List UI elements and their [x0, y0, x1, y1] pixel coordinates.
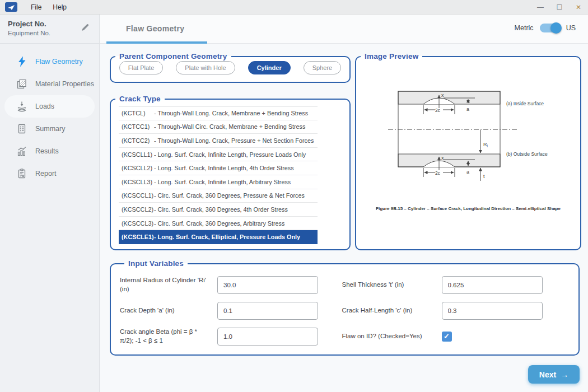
crack-type-panel: Crack Type (KCTCL)- Through-Wall Long. C… — [110, 95, 351, 250]
image-preview-legend: Image Preview — [361, 52, 422, 60]
sidebar-item-label: Material Properties — [35, 80, 94, 88]
us-label: US — [566, 24, 576, 32]
crack-type-row-selected[interactable]: (KCSCLE1)- Long. Surf. Crack, Elliptical… — [119, 230, 318, 244]
loads-icon — [16, 100, 28, 113]
arrow-right-icon: → — [561, 370, 568, 379]
next-button-label: Next — [539, 370, 556, 379]
internal-radius-input[interactable] — [217, 276, 318, 294]
a-depth-label: a — [466, 106, 469, 112]
crack-type-list: (KCTCL)- Through-Wall Long. Crack, Membr… — [119, 106, 318, 244]
crack-type-row[interactable]: (KCTCL)- Through-Wall Long. Crack, Membr… — [119, 106, 318, 120]
unit-toggle-group: Metric US — [515, 24, 576, 32]
crack-angle-beta-input[interactable] — [217, 328, 318, 346]
cylinder-crack-diagram: x 2c a Ri x 2c a t (a) Inside Surface (b… — [356, 83, 580, 193]
sidebar-item-label: Summary — [35, 125, 65, 133]
edit-pencil-icon[interactable] — [81, 23, 90, 34]
sphere-button[interactable]: Sphere — [304, 61, 341, 74]
project-header: Project No. Equipment No. — [0, 15, 99, 44]
internal-radius-label: Internal Radius of Cylinder 'Ri' (in) — [120, 276, 217, 293]
two-c-label: 2c — [435, 170, 441, 176]
shell-thickness-input[interactable] — [442, 276, 543, 294]
sidebar-item-label: Loads — [35, 102, 54, 110]
two-c-label: 2c — [435, 108, 441, 113]
crack-type-row[interactable]: (KCSCLL3)- Long. Surf. Crack, Infinite L… — [119, 175, 318, 189]
axis-x-label: x — [441, 155, 444, 161]
crack-type-row[interactable]: (KCTCC2)- Through-Wall Long. Crack, Pres… — [119, 134, 318, 148]
crack-type-row[interactable]: (KCSCLL2)- Long. Surf. Crack, Infinite L… — [119, 161, 318, 175]
ri-label: Ri — [483, 142, 488, 148]
crack-type-row[interactable]: (KCSCCL1)- Circ. Surf. Crack, 360 Degree… — [119, 189, 318, 203]
report-icon — [16, 167, 28, 180]
flat-plate-button[interactable]: Flat Plate — [119, 61, 163, 74]
lightning-icon — [16, 55, 28, 68]
shell-thickness-label: Shell Thickness 't' (in) — [342, 281, 442, 290]
crack-type-row[interactable]: (KCTCC1)- Through-Wall Circ. Crack, Memb… — [119, 120, 318, 134]
crack-angle-beta-label: Crack angle Beta (phi = β * π/2); -1 < β… — [120, 328, 217, 345]
material-icon — [16, 78, 28, 90]
crack-type-row[interactable]: (KCSCCL2)- Circ. Surf. Crack, 360 Degree… — [119, 203, 318, 217]
sidebar-item-label: Results — [35, 147, 59, 155]
check-icon: ✓ — [444, 332, 450, 340]
menu-help[interactable]: Help — [47, 0, 72, 15]
sidebar: Project No. Equipment No. Flaw Geometry — [0, 15, 100, 392]
t-thickness-label: t — [483, 174, 485, 179]
flaw-on-id-checkbox[interactable]: ✓ — [442, 332, 452, 342]
sidebar-item-flaw-geometry[interactable]: Flaw Geometry — [0, 50, 99, 73]
app-window: File Help — ☐ ✕ Project No. Equipment No… — [0, 0, 588, 392]
sidebar-item-summary[interactable]: Summary — [0, 118, 99, 140]
plate-with-hole-button[interactable]: Plate with Hole — [176, 61, 235, 74]
title-bar: File Help — ☐ ✕ — [0, 0, 588, 15]
main-content: Parent Component Geometry Flat Plate Pla… — [100, 44, 588, 392]
inside-surface-label: (a) Inside Surface — [506, 101, 544, 106]
sidebar-item-results[interactable]: Results — [0, 140, 99, 162]
crack-type-legend: Crack Type — [115, 95, 165, 103]
maximize-button[interactable]: ☐ — [550, 3, 569, 11]
tab-flaw-geometry[interactable]: Flaw Geometry — [126, 24, 184, 33]
summary-icon — [16, 123, 28, 135]
sidebar-item-label: Report — [35, 170, 57, 178]
crack-half-length-input[interactable] — [442, 302, 543, 320]
parent-geometry-panel: Parent Component Geometry Flat Plate Pla… — [110, 52, 351, 83]
close-button[interactable]: ✕ — [569, 3, 588, 11]
crack-type-row[interactable]: (KCSCLL1)- Long. Surf. Crack, Infinite L… — [119, 148, 318, 162]
crack-depth-input[interactable] — [217, 302, 318, 320]
input-variables-panel: Input Variables Internal Radius of Cylin… — [110, 259, 580, 356]
figure-caption: Figure 9B.15 – Cylinder – Surface Crack,… — [356, 206, 580, 211]
sidebar-item-report[interactable]: Report — [0, 162, 99, 185]
equipment-no-label: Equipment No. — [8, 30, 91, 36]
minimize-button[interactable]: — — [531, 3, 550, 11]
results-chart-icon — [16, 145, 28, 157]
menu-file[interactable]: File — [25, 0, 47, 15]
app-logo-icon — [5, 2, 17, 12]
sidebar-item-label: Flaw Geometry — [35, 58, 83, 66]
sidebar-item-material-properties[interactable]: Material Properties — [0, 73, 99, 95]
crack-depth-label: Crack Depth 'a' (in) — [120, 306, 217, 315]
unit-toggle[interactable] — [540, 24, 560, 32]
outside-surface-label: (b) Outside Surface — [506, 151, 548, 157]
a-depth-label: a — [466, 169, 469, 175]
sidebar-nav: Flaw Geometry Material Properties — [0, 44, 99, 185]
metric-label: Metric — [515, 24, 534, 32]
crack-type-row[interactable]: (KCSCCL3)- Circ. Surf. Crack, 360 Degree… — [119, 217, 318, 231]
flaw-on-id-label: Flaw on ID? (Checked=Yes) — [342, 332, 442, 341]
cylinder-button[interactable]: Cylinder — [248, 61, 291, 74]
crack-half-length-label: Crack Half-Length 'c' (in) — [342, 306, 442, 315]
page-header: Flaw Geometry Metric US — [100, 15, 588, 44]
project-no-label: Project No. — [8, 20, 91, 28]
geometry-options: Flat Plate Plate with Hole Cylinder Sphe… — [111, 61, 349, 74]
sidebar-item-loads[interactable]: Loads — [4, 95, 95, 118]
input-variables-legend: Input Variables — [124, 259, 188, 268]
parent-geometry-legend: Parent Component Geometry — [115, 52, 231, 60]
image-preview-panel: Image Preview — [355, 52, 581, 250]
toggle-knob[interactable] — [550, 22, 562, 34]
next-button[interactable]: Next → — [528, 365, 580, 384]
axis-x-label: x — [441, 92, 444, 98]
